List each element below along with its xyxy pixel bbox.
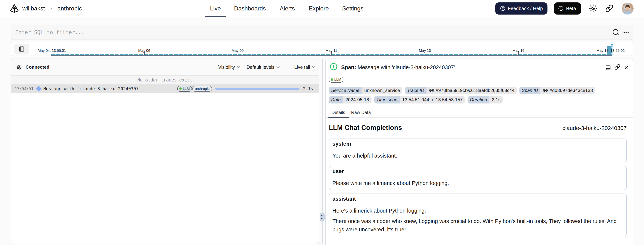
panel-resizer[interactable] xyxy=(319,59,325,244)
link-icon xyxy=(543,88,548,93)
breadcrumb-separator-icon: › xyxy=(50,6,52,11)
top-bar: willbakst › anthropic Live Dashboards Al… xyxy=(0,0,644,17)
section-title: LLM Chat Completions xyxy=(329,124,402,132)
property-value: #d08697de343ce138 xyxy=(540,87,595,94)
span-detail-tabs: Details Raw Data xyxy=(326,110,633,118)
message-paragraph: There once was a coder who knew, Logging… xyxy=(332,217,623,234)
resizer-grip[interactable] xyxy=(320,212,324,221)
tag-label: LLM xyxy=(334,78,341,82)
property-pill[interactable]: Trace ID#973fba5919cf9c618aafdb2635f68c4… xyxy=(405,87,517,94)
property-label: Time span xyxy=(374,96,400,104)
model-name: claude-3-haiku-20240307 xyxy=(562,125,627,131)
property-label: Span ID xyxy=(519,87,540,94)
timeline-tick-label: May 09 xyxy=(232,49,244,53)
message-paragraph: You are a helpful assistant. xyxy=(332,152,623,160)
tag-label: LLM xyxy=(183,87,190,91)
feedback-help-button[interactable]: Feedback / Help xyxy=(495,3,548,15)
tab-details[interactable]: Details xyxy=(332,110,345,117)
property-value-text: 2024-05-18 xyxy=(346,97,369,102)
property-value-text: 2.1s xyxy=(492,97,500,102)
green-dot-icon xyxy=(331,78,333,81)
property-row: Date2024-05-18Time span13:54:51.044 to 1… xyxy=(329,96,633,104)
trace-list-header: Connected Visibility Default levels Live… xyxy=(11,59,319,76)
dock-panel-icon[interactable] xyxy=(606,65,611,71)
link-icon xyxy=(429,88,434,93)
top-actions: Feedback / Help Beta xyxy=(495,0,644,17)
trace-list-controls: Visibility Default levels Live tail xyxy=(11,59,319,75)
feedback-help-label: Feedback / Help xyxy=(508,6,543,11)
property-pill[interactable]: Time span13:54:51.044 to 13:54:53.157 xyxy=(374,96,465,104)
header-separator xyxy=(286,59,286,75)
nav-tab-explore[interactable]: Explore xyxy=(309,0,329,17)
tab-raw-data[interactable]: Raw Data xyxy=(351,110,371,117)
property-pill[interactable]: Duration2.1s xyxy=(468,96,503,104)
nav-tab-alerts[interactable]: Alerts xyxy=(280,0,295,17)
span-tags: LLM xyxy=(326,72,633,83)
help-circle-icon xyxy=(500,6,505,11)
close-icon[interactable] xyxy=(624,65,629,70)
property-pill[interactable]: Span ID#d08697de343ce138 xyxy=(519,87,595,94)
beta-button[interactable]: Beta xyxy=(554,3,581,15)
more-options-icon[interactable] xyxy=(623,29,630,36)
time-range-chart[interactable]: May 04, 13:55:01 May 06 May 09 May 11 Ma… xyxy=(10,42,634,56)
chat-message-card-user: user Please write me a limerick about Py… xyxy=(329,166,627,190)
nav-tab-settings[interactable]: Settings xyxy=(342,0,363,17)
span-title-text: Message with 'claude-3-haiku-20240307' xyxy=(358,64,455,70)
chat-message-card-assistant: assistant Here's a limerick about Python… xyxy=(329,193,627,236)
search-icon[interactable] xyxy=(612,29,620,36)
default-levels-label: Default levels xyxy=(246,65,274,70)
span-title-row: Span: Message with 'claude-3-haiku-20240… xyxy=(326,59,633,72)
sql-filter-bar[interactable]: Enter SQL to filter... xyxy=(10,25,634,40)
breadcrumb-project[interactable]: anthropic xyxy=(58,5,82,12)
timeline-tick-label: May 04, 13:55:01 xyxy=(38,49,66,53)
span-tag-llm: LLM xyxy=(329,77,344,83)
property-value: 13:54:51.044 to 13:54:53.157 xyxy=(400,96,465,104)
filter-bar-actions xyxy=(612,29,630,36)
property-pill[interactable]: Service Nameunknown_service xyxy=(329,87,402,94)
section-header-row: LLM Chat Completions claude-3-haiku-2024… xyxy=(329,124,627,132)
default-levels-dropdown[interactable]: Default levels xyxy=(246,59,280,75)
span-detail-body: LLM Chat Completions claude-3-haiku-2024… xyxy=(326,124,633,236)
section-divider xyxy=(329,135,627,135)
property-value: 2024-05-18 xyxy=(343,96,372,104)
message-role: system xyxy=(332,140,623,148)
timeline-tick-label: May 06 xyxy=(138,49,150,53)
message-content: Please write me a limerick about Python … xyxy=(332,179,623,187)
nav-tab-live[interactable]: Live xyxy=(205,0,226,17)
app-logo-icon[interactable] xyxy=(9,4,20,13)
visibility-dropdown[interactable]: Visibility xyxy=(218,59,241,75)
sql-filter-placeholder: Enter SQL to filter... xyxy=(15,29,84,36)
info-circle-icon xyxy=(558,6,564,11)
message-content: Here's a limerick about Python logging:T… xyxy=(332,207,623,234)
property-value-text: unknown_service xyxy=(364,88,400,93)
trace-tag-vendor: anthropic xyxy=(192,86,212,92)
span-info-icon xyxy=(330,63,338,72)
trace-duration: 2.1s xyxy=(303,86,313,91)
main-content: Enter SQL to filter... May 04, 13:55:01 … xyxy=(0,25,644,244)
span-title-label: Span: xyxy=(341,64,356,70)
property-value-text: 13:54:51.044 to 13:54:53.157 xyxy=(402,97,463,102)
breadcrumb: willbakst › anthropic xyxy=(22,5,82,12)
share-link-button[interactable] xyxy=(605,4,614,13)
breadcrumb-org[interactable]: willbakst xyxy=(22,5,45,12)
message-paragraph: Here's a limerick about Python logging: xyxy=(332,207,623,215)
message-content: You are a helpful assistant. xyxy=(332,152,623,160)
timeline-tick-label: May 13 xyxy=(419,49,431,53)
span-title: Span: Message with 'claude-3-haiku-20240… xyxy=(341,64,455,71)
property-value-text: #973fba5919cf9c618aafdb2635f68c44 xyxy=(436,88,514,93)
copy-link-icon[interactable] xyxy=(614,64,620,71)
property-label: Date xyxy=(329,96,343,104)
span-panel-actions xyxy=(606,64,629,71)
live-tail-dropdown[interactable]: Live tail xyxy=(294,59,316,75)
user-avatar[interactable] xyxy=(622,3,634,15)
theme-toggle-button[interactable] xyxy=(589,4,598,13)
trace-message: Message with 'claude-3-haiku-20240307' xyxy=(44,86,141,91)
property-value-text: #d08697de343ce138 xyxy=(550,88,593,93)
visibility-label: Visibility xyxy=(218,65,235,70)
nav-tab-dashboards[interactable]: Dashboards xyxy=(234,0,266,17)
property-pill[interactable]: Date2024-05-18 xyxy=(329,96,372,104)
property-label: Service Name xyxy=(329,87,362,94)
live-tail-label: Live tail xyxy=(294,65,310,70)
property-row: Service Nameunknown_serviceTrace ID#973f… xyxy=(329,87,633,94)
trace-row[interactable]: 13:54:51 Message with 'claude-3-haiku-20… xyxy=(11,85,319,93)
